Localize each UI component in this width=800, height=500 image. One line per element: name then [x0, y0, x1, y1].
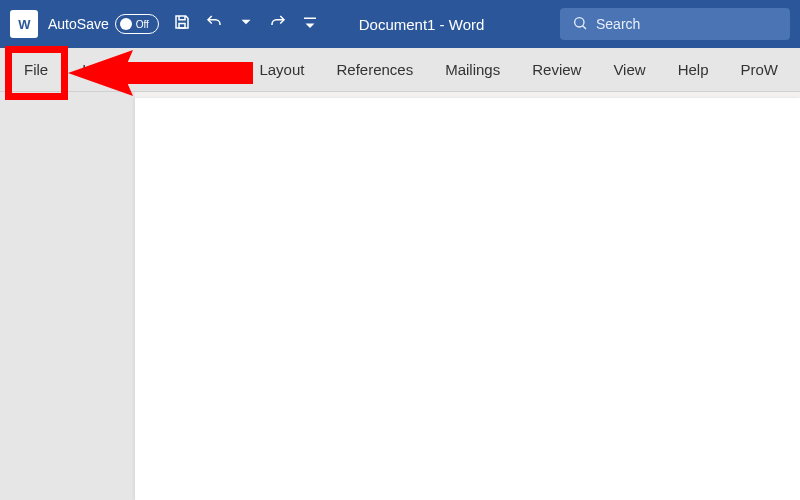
- tab-design[interactable]: Design: [165, 48, 244, 91]
- quick-access-toolbar: [173, 13, 319, 35]
- ribbon-tabs: File Home Draw Design Layout References …: [0, 48, 800, 92]
- save-icon[interactable]: [173, 13, 191, 35]
- tab-help[interactable]: Help: [662, 48, 725, 91]
- tab-mailings[interactable]: Mailings: [429, 48, 516, 91]
- autosave-control[interactable]: AutoSave Off: [48, 14, 159, 34]
- search-placeholder: Search: [596, 16, 640, 32]
- undo-icon[interactable]: [205, 13, 223, 35]
- tab-review[interactable]: Review: [516, 48, 597, 91]
- tab-draw[interactable]: Draw: [101, 48, 165, 91]
- toggle-knob-icon: [120, 18, 132, 30]
- tab-prow[interactable]: ProW: [725, 48, 795, 91]
- customize-qat-icon[interactable]: [301, 13, 319, 35]
- left-gutter: [0, 92, 135, 500]
- tab-view[interactable]: View: [597, 48, 661, 91]
- autosave-state: Off: [136, 19, 149, 30]
- svg-rect-0: [179, 24, 185, 29]
- search-icon: [572, 15, 588, 34]
- title-bar: W AutoSave Off Document: [0, 0, 800, 48]
- document-page[interactable]: [135, 98, 800, 500]
- workspace: [0, 92, 800, 500]
- autosave-toggle[interactable]: Off: [115, 14, 159, 34]
- tab-file[interactable]: File: [6, 48, 66, 91]
- tab-layout[interactable]: Layout: [243, 48, 320, 91]
- svg-point-2: [575, 17, 584, 26]
- word-logo-icon: W: [10, 10, 38, 38]
- document-title: Document1 - Word: [359, 16, 485, 33]
- search-box[interactable]: Search: [560, 8, 790, 40]
- svg-line-3: [583, 25, 586, 28]
- tab-references[interactable]: References: [320, 48, 429, 91]
- tab-home[interactable]: Home: [66, 48, 101, 91]
- svg-rect-1: [304, 18, 316, 20]
- redo-icon[interactable]: [269, 13, 287, 35]
- autosave-label: AutoSave: [48, 16, 109, 32]
- undo-dropdown-icon[interactable]: [237, 13, 255, 35]
